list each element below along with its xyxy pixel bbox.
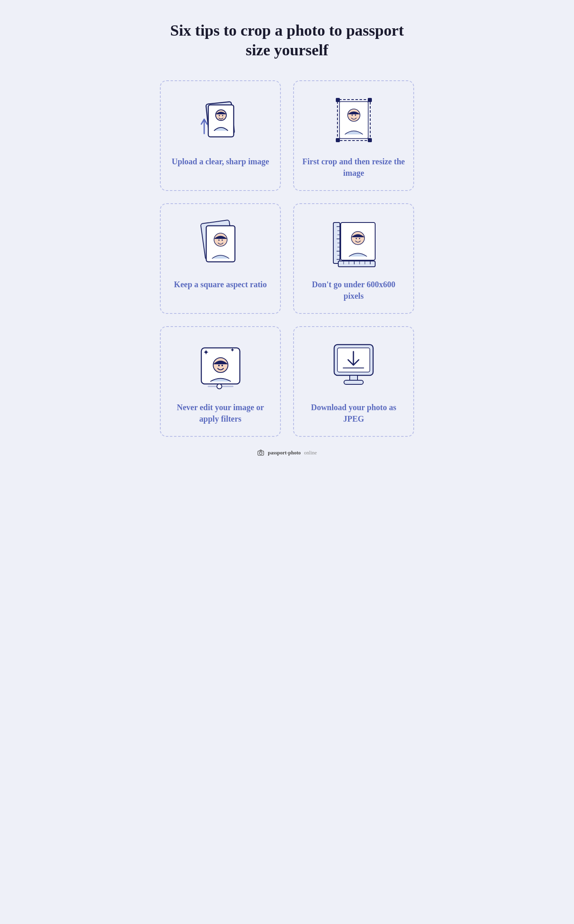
card-tip1-label: Upload a clear, sharp image — [172, 156, 269, 167]
svg-point-39 — [355, 238, 357, 239]
footer: passport-photo online — [160, 449, 414, 456]
upload-photo-icon — [196, 95, 245, 146]
icon-area-tip3 — [194, 216, 247, 270]
footer-brand: passport-photo — [268, 450, 301, 456]
card-tip4-label: Don't go under 600x600 pixels — [302, 279, 405, 302]
svg-point-19 — [222, 240, 223, 241]
svg-point-40 — [359, 238, 360, 239]
svg-point-14 — [355, 115, 356, 116]
svg-text:✦: ✦ — [203, 348, 209, 356]
card-tip3-label: Keep a square aspect ratio — [174, 279, 266, 290]
icon-area-tip6 — [327, 339, 380, 393]
svg-point-46 — [221, 365, 223, 366]
crop-resize-icon — [329, 95, 378, 145]
camera-icon — [257, 449, 264, 456]
icon-area-tip4 — [327, 216, 380, 270]
svg-point-48 — [217, 384, 222, 389]
square-aspect-icon — [195, 218, 246, 268]
resolution-icon — [329, 218, 378, 268]
svg-rect-7 — [336, 98, 340, 102]
no-filter-icon: ✦ ✦ — [194, 341, 247, 392]
svg-point-44 — [213, 358, 228, 372]
svg-text:✦: ✦ — [230, 347, 235, 353]
card-tip5-label: Never edit your image or apply filters — [169, 402, 272, 425]
svg-point-18 — [219, 240, 220, 241]
svg-point-3 — [219, 115, 220, 116]
svg-point-38 — [351, 232, 364, 245]
card-tip6-label: Download your photo as JPEG — [302, 402, 405, 425]
svg-point-45 — [218, 365, 220, 366]
icon-area-tip2 — [327, 93, 380, 147]
card-tip1: Upload a clear, sharp image — [160, 80, 281, 191]
icon-area-tip5: ✦ ✦ — [194, 339, 247, 393]
card-tip3: Keep a square aspect ratio — [160, 203, 281, 314]
svg-point-56 — [260, 452, 262, 454]
tips-grid: Upload a clear, sharp image — [160, 80, 414, 437]
svg-point-13 — [351, 115, 353, 116]
svg-rect-54 — [344, 380, 363, 384]
footer-sub: online — [304, 450, 317, 456]
card-tip2-label: First crop and then resize the image — [302, 156, 405, 179]
download-jpeg-icon — [330, 341, 377, 390]
card-tip6: Download your photo as JPEG — [293, 326, 414, 437]
svg-rect-8 — [368, 98, 372, 102]
icon-area-tip1 — [194, 93, 247, 147]
page-title: Six tips to crop a photo to passport siz… — [160, 20, 414, 60]
card-tip2: First crop and then resize the image — [293, 80, 414, 191]
svg-rect-10 — [368, 138, 372, 142]
page-container: Six tips to crop a photo to passport siz… — [144, 0, 430, 473]
svg-point-4 — [222, 115, 223, 116]
card-tip5: ✦ ✦ Never edit — [160, 326, 281, 437]
svg-rect-9 — [336, 138, 340, 142]
card-tip4: Don't go under 600x600 pixels — [293, 203, 414, 314]
